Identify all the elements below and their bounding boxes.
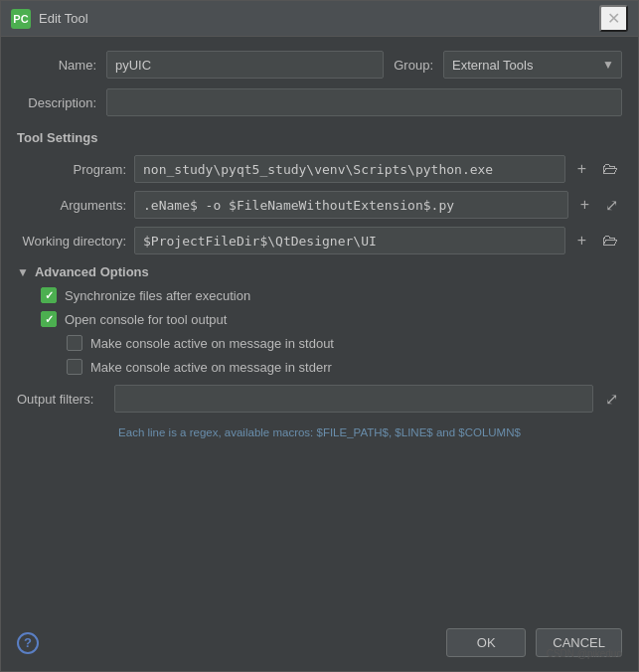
console-stderr-row: Make console active on message in stderr (67, 359, 622, 375)
advanced-options-header[interactable]: ▼ Advanced Options (17, 264, 622, 279)
output-filters-row: Output filters: ⤢ (17, 385, 622, 413)
arguments-row: Arguments: + ⤢ (17, 191, 622, 219)
program-row: Program: + 🗁 (17, 155, 622, 183)
group-select-wrapper: External Tools Other ▼ (443, 51, 622, 79)
description-row: Description: (17, 88, 622, 116)
arguments-label: Arguments: (17, 198, 126, 213)
console-stderr-label: Make console active on message in stderr (90, 360, 332, 375)
footer-left: ? (17, 632, 39, 654)
dialog-title: Edit Tool (39, 11, 599, 26)
sync-files-row: Synchronize files after execution (41, 287, 622, 303)
open-console-checkbox[interactable] (41, 311, 57, 327)
working-directory-input[interactable] (134, 227, 565, 254)
program-browse-button[interactable]: 🗁 (598, 158, 622, 180)
close-button[interactable]: ✕ (599, 5, 628, 32)
console-stdout-label: Make console active on message in stdout (90, 336, 334, 351)
tool-settings-title: Tool Settings (17, 130, 622, 145)
console-stdout-checkbox[interactable] (67, 335, 82, 351)
working-directory-label: Working directory: (17, 234, 126, 249)
dialog-content: Name: Group: External Tools Other ▼ Desc… (1, 37, 638, 618)
advanced-options-section: ▼ Advanced Options Synchronize files aft… (17, 264, 622, 375)
program-label: Program: (17, 162, 126, 177)
sync-files-label: Synchronize files after execution (65, 288, 250, 303)
output-filters-label: Output filters: (17, 392, 106, 407)
ok-button[interactable]: OK (446, 628, 526, 657)
open-console-row: Open console for tool output (41, 311, 622, 327)
folder-icon: 🗁 (602, 232, 618, 250)
folder-icon: 🗁 (602, 160, 618, 178)
name-row: Name: Group: External Tools Other ▼ (17, 51, 622, 79)
edit-tool-dialog: PC Edit Tool ✕ Name: Group: External Too… (0, 0, 639, 672)
working-directory-row: Working directory: + 🗁 (17, 227, 622, 254)
description-input[interactable] (106, 88, 622, 116)
group-label: Group: (394, 58, 433, 73)
watermark: CSDN @pikeduo (547, 648, 622, 659)
advanced-options-title: Advanced Options (35, 264, 149, 279)
open-console-label: Open console for tool output (65, 312, 227, 327)
plus-icon: + (580, 196, 589, 214)
arguments-input[interactable] (134, 191, 568, 219)
plus-icon: + (577, 160, 586, 178)
chevron-icon: ▼ (17, 265, 29, 279)
description-label: Description: (17, 95, 96, 110)
arguments-add-macro-button[interactable]: + (576, 194, 593, 216)
hint-text: Each line is a regex, available macros: … (17, 426, 622, 438)
title-bar: PC Edit Tool ✕ (1, 1, 638, 37)
name-input[interactable] (106, 51, 384, 79)
expand-icon: ⤢ (605, 390, 618, 409)
console-stderr-checkbox[interactable] (67, 359, 82, 375)
group-select[interactable]: External Tools Other (443, 51, 622, 79)
name-label: Name: (17, 58, 96, 73)
tool-settings: Program: + 🗁 Arguments: + ⤢ (17, 155, 622, 254)
output-filters-expand-button[interactable]: ⤢ (601, 388, 622, 411)
footer: ? OK CANCEL (1, 618, 638, 671)
expand-icon: ⤢ (605, 196, 618, 215)
sync-files-checkbox[interactable] (41, 287, 57, 303)
arguments-expand-button[interactable]: ⤢ (601, 194, 622, 217)
program-add-macro-button[interactable]: + (573, 158, 590, 180)
working-directory-browse-button[interactable]: 🗁 (598, 230, 622, 252)
output-filters-input[interactable] (114, 385, 593, 413)
program-input[interactable] (134, 155, 565, 183)
app-icon: PC (11, 9, 31, 29)
working-directory-add-macro-button[interactable]: + (573, 230, 590, 252)
help-button[interactable]: ? (17, 632, 39, 654)
plus-icon: + (577, 232, 586, 250)
tool-settings-section: Tool Settings (17, 126, 622, 145)
console-stdout-row: Make console active on message in stdout (67, 335, 622, 351)
